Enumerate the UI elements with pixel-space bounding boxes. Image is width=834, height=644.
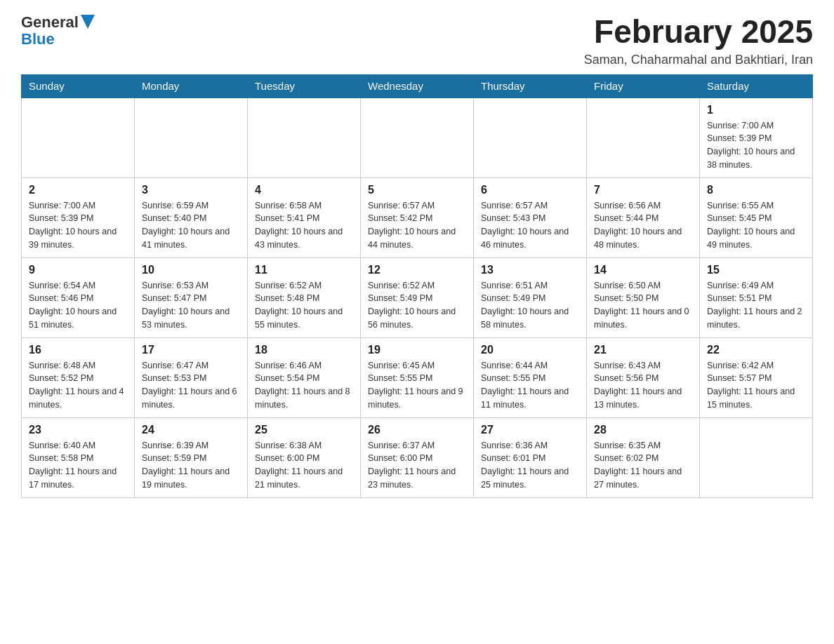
calendar-cell (361, 98, 474, 177)
day-number: 13 (481, 264, 579, 276)
day-info: Sunrise: 6:35 AMSunset: 6:02 PMDaylight:… (594, 439, 692, 492)
header-row: SundayMondayTuesdayWednesdayThursdayFrid… (22, 74, 813, 98)
calendar-cell (587, 98, 700, 177)
day-info: Sunrise: 6:57 AMSunset: 5:42 PMDaylight:… (368, 199, 466, 252)
calendar-week-row: 2Sunrise: 7:00 AMSunset: 5:39 PMDaylight… (22, 177, 813, 257)
day-number: 10 (142, 264, 240, 276)
day-number: 6 (481, 184, 579, 196)
calendar-table: SundayMondayTuesdayWednesdayThursdayFrid… (21, 74, 813, 498)
day-number: 25 (255, 424, 353, 436)
calendar-header: SundayMondayTuesdayWednesdayThursdayFrid… (22, 74, 813, 98)
day-number: 21 (594, 344, 692, 356)
calendar-cell: 14Sunrise: 6:50 AMSunset: 5:50 PMDayligh… (587, 257, 700, 337)
day-of-week-header: Wednesday (361, 74, 474, 98)
calendar-cell (248, 98, 361, 177)
day-number: 16 (29, 344, 127, 356)
day-info: Sunrise: 6:56 AMSunset: 5:44 PMDaylight:… (594, 199, 692, 252)
calendar-cell: 6Sunrise: 6:57 AMSunset: 5:43 PMDaylight… (474, 177, 587, 257)
day-info: Sunrise: 6:38 AMSunset: 6:00 PMDaylight:… (255, 439, 353, 492)
calendar-cell (135, 98, 248, 177)
calendar-cell: 8Sunrise: 6:55 AMSunset: 5:45 PMDaylight… (700, 177, 813, 257)
day-info: Sunrise: 6:55 AMSunset: 5:45 PMDaylight:… (707, 199, 805, 252)
calendar-cell: 28Sunrise: 6:35 AMSunset: 6:02 PMDayligh… (587, 417, 700, 497)
day-number: 4 (255, 184, 353, 196)
day-number: 26 (368, 424, 466, 436)
calendar-cell: 20Sunrise: 6:44 AMSunset: 5:55 PMDayligh… (474, 337, 587, 417)
day-of-week-header: Thursday (474, 74, 587, 98)
calendar-cell: 13Sunrise: 6:51 AMSunset: 5:49 PMDayligh… (474, 257, 587, 337)
day-of-week-header: Saturday (700, 74, 813, 98)
day-info: Sunrise: 6:54 AMSunset: 5:46 PMDaylight:… (29, 279, 127, 332)
day-info: Sunrise: 6:39 AMSunset: 5:59 PMDaylight:… (142, 439, 240, 492)
calendar-cell: 10Sunrise: 6:53 AMSunset: 5:47 PMDayligh… (135, 257, 248, 337)
day-info: Sunrise: 6:45 AMSunset: 5:55 PMDaylight:… (368, 359, 466, 412)
calendar-cell: 27Sunrise: 6:36 AMSunset: 6:01 PMDayligh… (474, 417, 587, 497)
calendar-cell: 16Sunrise: 6:48 AMSunset: 5:52 PMDayligh… (22, 337, 135, 417)
calendar-cell: 4Sunrise: 6:58 AMSunset: 5:41 PMDaylight… (248, 177, 361, 257)
day-info: Sunrise: 6:52 AMSunset: 5:49 PMDaylight:… (368, 279, 466, 332)
calendar-cell: 2Sunrise: 7:00 AMSunset: 5:39 PMDaylight… (22, 177, 135, 257)
day-number: 14 (594, 264, 692, 276)
logo-general: General (21, 14, 79, 31)
calendar-cell: 11Sunrise: 6:52 AMSunset: 5:48 PMDayligh… (248, 257, 361, 337)
day-info: Sunrise: 6:53 AMSunset: 5:47 PMDaylight:… (142, 279, 240, 332)
calendar-cell (22, 98, 135, 177)
day-number: 23 (29, 424, 127, 436)
calendar-body: 1Sunrise: 7:00 AMSunset: 5:39 PMDaylight… (22, 98, 813, 497)
day-info: Sunrise: 7:00 AMSunset: 5:39 PMDaylight:… (29, 199, 127, 252)
calendar-cell: 19Sunrise: 6:45 AMSunset: 5:55 PMDayligh… (361, 337, 474, 417)
day-number: 12 (368, 264, 466, 276)
day-number: 1 (707, 104, 805, 116)
day-info: Sunrise: 6:44 AMSunset: 5:55 PMDaylight:… (481, 359, 579, 412)
calendar-cell: 3Sunrise: 6:59 AMSunset: 5:40 PMDaylight… (135, 177, 248, 257)
day-info: Sunrise: 6:50 AMSunset: 5:50 PMDaylight:… (594, 279, 692, 332)
logo-blue: Blue (21, 31, 95, 48)
day-info: Sunrise: 6:42 AMSunset: 5:57 PMDaylight:… (707, 359, 805, 412)
location-subtitle: Saman, Chaharmahal and Bakhtiari, Iran (584, 53, 813, 67)
calendar-cell: 26Sunrise: 6:37 AMSunset: 6:00 PMDayligh… (361, 417, 474, 497)
logo-arrow-icon (81, 15, 95, 30)
calendar-cell: 12Sunrise: 6:52 AMSunset: 5:49 PMDayligh… (361, 257, 474, 337)
day-info: Sunrise: 6:51 AMSunset: 5:49 PMDaylight:… (481, 279, 579, 332)
day-number: 22 (707, 344, 805, 356)
day-number: 24 (142, 424, 240, 436)
day-info: Sunrise: 6:37 AMSunset: 6:00 PMDaylight:… (368, 439, 466, 492)
calendar-week-row: 16Sunrise: 6:48 AMSunset: 5:52 PMDayligh… (22, 337, 813, 417)
day-of-week-header: Sunday (22, 74, 135, 98)
calendar-week-row: 23Sunrise: 6:40 AMSunset: 5:58 PMDayligh… (22, 417, 813, 497)
calendar-cell: 18Sunrise: 6:46 AMSunset: 5:54 PMDayligh… (248, 337, 361, 417)
day-number: 11 (255, 264, 353, 276)
title-section: February 2025 Saman, Chaharmahal and Bak… (584, 14, 813, 67)
calendar-cell: 25Sunrise: 6:38 AMSunset: 6:00 PMDayligh… (248, 417, 361, 497)
day-info: Sunrise: 6:43 AMSunset: 5:56 PMDaylight:… (594, 359, 692, 412)
day-info: Sunrise: 6:40 AMSunset: 5:58 PMDaylight:… (29, 439, 127, 492)
svg-marker-0 (81, 15, 95, 29)
day-info: Sunrise: 6:47 AMSunset: 5:53 PMDaylight:… (142, 359, 240, 412)
day-number: 7 (594, 184, 692, 196)
day-number: 19 (368, 344, 466, 356)
day-number: 3 (142, 184, 240, 196)
day-info: Sunrise: 6:57 AMSunset: 5:43 PMDaylight:… (481, 199, 579, 252)
calendar-week-row: 9Sunrise: 6:54 AMSunset: 5:46 PMDaylight… (22, 257, 813, 337)
calendar-cell: 9Sunrise: 6:54 AMSunset: 5:46 PMDaylight… (22, 257, 135, 337)
day-number: 15 (707, 264, 805, 276)
day-number: 2 (29, 184, 127, 196)
day-of-week-header: Tuesday (248, 74, 361, 98)
day-info: Sunrise: 6:48 AMSunset: 5:52 PMDaylight:… (29, 359, 127, 412)
calendar-week-row: 1Sunrise: 7:00 AMSunset: 5:39 PMDaylight… (22, 98, 813, 177)
day-info: Sunrise: 6:58 AMSunset: 5:41 PMDaylight:… (255, 199, 353, 252)
calendar-cell: 15Sunrise: 6:49 AMSunset: 5:51 PMDayligh… (700, 257, 813, 337)
day-of-week-header: Monday (135, 74, 248, 98)
day-number: 5 (368, 184, 466, 196)
day-number: 17 (142, 344, 240, 356)
calendar-cell (474, 98, 587, 177)
calendar-cell: 5Sunrise: 6:57 AMSunset: 5:42 PMDaylight… (361, 177, 474, 257)
day-number: 9 (29, 264, 127, 276)
calendar-cell: 22Sunrise: 6:42 AMSunset: 5:57 PMDayligh… (700, 337, 813, 417)
day-number: 8 (707, 184, 805, 196)
calendar-cell: 23Sunrise: 6:40 AMSunset: 5:58 PMDayligh… (22, 417, 135, 497)
calendar-cell: 7Sunrise: 6:56 AMSunset: 5:44 PMDaylight… (587, 177, 700, 257)
day-info: Sunrise: 7:00 AMSunset: 5:39 PMDaylight:… (707, 119, 805, 172)
day-number: 18 (255, 344, 353, 356)
page-header: General Blue February 2025 Saman, Chahar… (21, 14, 813, 67)
